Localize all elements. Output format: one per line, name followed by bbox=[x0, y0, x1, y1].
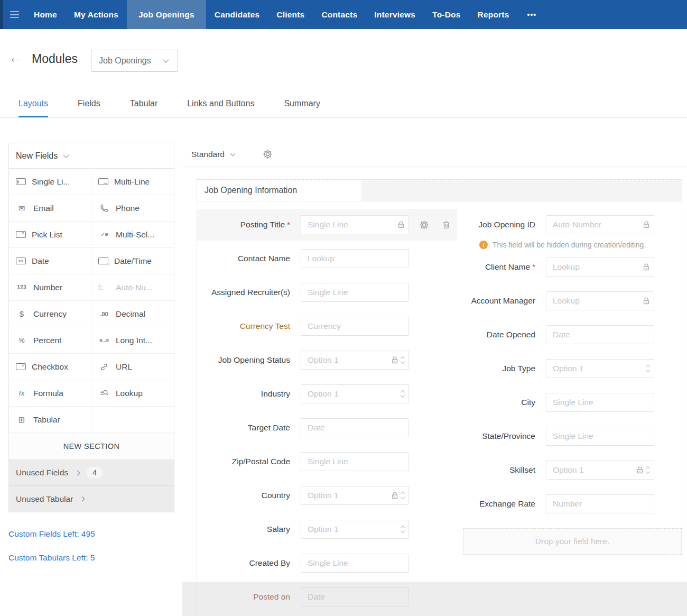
palette-item-date[interactable]: Date bbox=[9, 248, 91, 274]
field-input-date-opened[interactable]: Date bbox=[546, 325, 654, 344]
field-row-posting-title: Posting Title*Single Line bbox=[197, 215, 460, 234]
tab-summary[interactable]: Summary bbox=[284, 97, 320, 117]
palette-item-email[interactable]: ✉Email bbox=[9, 195, 91, 222]
required-asterisk: * bbox=[287, 220, 290, 229]
back-arrow-icon[interactable]: ← bbox=[8, 51, 23, 65]
field-placeholder: Option 1 bbox=[308, 525, 339, 534]
field-row-target-date: Target DateDate bbox=[197, 418, 460, 437]
field-input-job-opening-status[interactable]: Option 1 bbox=[301, 351, 409, 370]
field-input-state-province[interactable]: Single Line bbox=[546, 427, 654, 446]
field-input-assigned-recruiter-s[interactable]: Single Line bbox=[301, 283, 409, 302]
new-section-button[interactable]: NEW SECTION bbox=[9, 433, 174, 460]
field-input-created-by[interactable]: Single Line bbox=[301, 554, 409, 573]
drop-zone[interactable]: Drop your field here. bbox=[463, 528, 682, 555]
nav-item-contacts[interactable]: Contacts bbox=[313, 0, 366, 29]
field-input-icons bbox=[643, 221, 649, 228]
field-placeholder: Currency bbox=[308, 321, 341, 331]
palette-item-decimal[interactable]: .00Decimal bbox=[91, 301, 174, 327]
tab-fields[interactable]: Fields bbox=[78, 97, 100, 117]
palette-item-auto-nu: 1– 2–Auto-Nu... bbox=[91, 274, 174, 301]
field-placeholder: Single Line bbox=[308, 558, 348, 568]
module-selector[interactable]: Job Openings bbox=[91, 50, 178, 72]
field-row-job-opening-status: Job Opening StatusOption 1 bbox=[197, 351, 460, 370]
section-body: Posting Title*Single LineContact NameLoo… bbox=[197, 201, 682, 616]
field-input-target-date[interactable]: Date bbox=[301, 418, 409, 437]
field-input-posting-title[interactable]: Single Line bbox=[301, 215, 409, 234]
field-input-posted-on[interactable]: Date bbox=[301, 587, 409, 606]
palette-item-label: Tabular bbox=[33, 415, 60, 425]
left-column: Posting Title*Single LineContact NameLoo… bbox=[197, 215, 460, 616]
field-placeholder: Single Line bbox=[308, 288, 348, 297]
field-settings-gear-icon[interactable] bbox=[419, 219, 430, 231]
required-asterisk: * bbox=[532, 262, 535, 271]
custom-fields-left-link[interactable]: Custom Fields Left: 495 bbox=[8, 529, 95, 539]
datetime-icon bbox=[98, 258, 108, 264]
unused-fields-count-badge: 4 bbox=[87, 467, 103, 479]
picklist-stepper-icon bbox=[401, 357, 404, 363]
field-input-salary[interactable]: Option 1 bbox=[301, 520, 409, 539]
palette-item-multi-sel[interactable]: ✓≡Multi-Sel... bbox=[91, 222, 174, 248]
palette-item-percent[interactable]: %Percent bbox=[9, 327, 91, 354]
hamburger-menu-icon[interactable] bbox=[3, 0, 25, 29]
palette-item-long-int[interactable]: 9...9Long Int... bbox=[91, 327, 174, 354]
field-label: Account Manager bbox=[460, 296, 535, 306]
palette-item-currency[interactable]: $Currency bbox=[9, 301, 91, 327]
palette-item-pick-list[interactable]: Pick List bbox=[9, 222, 91, 248]
palette-item-phone[interactable]: Phone bbox=[91, 195, 174, 222]
section-title[interactable]: Job Opening Information bbox=[197, 180, 361, 201]
custom-tabulars-left-link[interactable]: Custom Tabulars Left: 5 bbox=[8, 553, 95, 563]
palette-item-formula[interactable]: fxFormula bbox=[9, 380, 91, 407]
nav-item-home[interactable]: Home bbox=[25, 0, 66, 29]
field-placeholder: Date bbox=[553, 330, 570, 339]
top-navigation: HomeMy ActionsJob OpeningsCandidatesClie… bbox=[0, 0, 687, 29]
field-label: Skillset bbox=[460, 465, 535, 475]
palette-item-multi-line[interactable]: Multi-Line bbox=[91, 169, 174, 195]
field-input-city[interactable]: Single Line bbox=[546, 393, 654, 412]
field-input-job-opening-id[interactable]: Auto-Number bbox=[546, 215, 654, 234]
field-input-job-type[interactable]: Option 1 bbox=[546, 359, 654, 378]
lookup-icon bbox=[98, 388, 110, 398]
tab-layouts[interactable]: Layouts bbox=[18, 97, 48, 117]
field-input-industry[interactable]: Option 1 bbox=[301, 384, 409, 403]
nav-more-button[interactable]: ••• bbox=[518, 0, 546, 29]
palette-item-checkbox[interactable]: Checkbox bbox=[9, 354, 91, 380]
palette-item-url[interactable]: URL bbox=[91, 354, 174, 380]
nav-item-my-actions[interactable]: My Actions bbox=[66, 0, 127, 29]
nav-item-reports[interactable]: Reports bbox=[469, 0, 518, 29]
palette-item-date-time[interactable]: Date/Time bbox=[91, 248, 174, 274]
nav-item-candidates[interactable]: Candidates bbox=[206, 0, 268, 29]
field-input-contact-name[interactable]: Lookup bbox=[301, 249, 409, 268]
layout-settings-gear-icon[interactable] bbox=[262, 149, 273, 160]
nav-item-interviews[interactable]: Interviews bbox=[366, 0, 424, 29]
field-input-skillset[interactable]: Option 1 bbox=[546, 461, 654, 480]
field-input-country[interactable]: Option 1 bbox=[301, 486, 409, 505]
unused-tabular-row[interactable]: Unused Tabular bbox=[9, 486, 174, 512]
field-row-assigned-recruiter-s: Assigned Recruiter(s)Single Line bbox=[197, 283, 460, 302]
nav-item-clients[interactable]: Clients bbox=[268, 0, 313, 29]
field-placeholder: Lookup bbox=[308, 254, 335, 263]
unused-fields-row[interactable]: Unused Fields 4 bbox=[9, 460, 174, 486]
nav-item-to-dos[interactable]: To-Dos bbox=[424, 0, 469, 29]
palette-item-label: Email bbox=[33, 204, 54, 213]
lock-icon bbox=[398, 221, 404, 228]
field-input-client-name[interactable]: Lookup bbox=[546, 258, 654, 277]
tab-tabular[interactable]: Tabular bbox=[130, 97, 157, 117]
field-input-zip-postal-code[interactable]: Single Line bbox=[301, 452, 409, 471]
field-delete-trash-icon[interactable] bbox=[441, 220, 451, 230]
field-input-currency-test[interactable]: Currency bbox=[301, 317, 409, 336]
palette-item-single-li[interactable]: Single Li... bbox=[9, 169, 91, 195]
checkbox-icon bbox=[16, 363, 26, 370]
palette-item-tabular[interactable]: ⊞Tabular bbox=[9, 407, 91, 433]
palette-item-label: Formula bbox=[33, 389, 63, 398]
nav-item-job-openings[interactable]: Job Openings bbox=[127, 0, 206, 29]
palette-item-number[interactable]: 123Number bbox=[9, 274, 91, 301]
palette-item-lookup[interactable]: Lookup bbox=[91, 380, 174, 407]
tab-links-and-buttons[interactable]: Links and Buttons bbox=[187, 97, 254, 117]
palette-title-dropdown[interactable]: New Fields bbox=[9, 143, 174, 169]
field-row-zip-postal-code: Zip/Postal CodeSingle Line bbox=[197, 452, 460, 471]
field-row-industry: IndustryOption 1 bbox=[197, 384, 460, 403]
field-input-exchange-rate[interactable]: Number bbox=[546, 494, 654, 513]
layout-selector[interactable]: Standard bbox=[191, 150, 225, 159]
field-input-account-manager[interactable]: Lookup bbox=[546, 291, 654, 310]
palette-cell-empty bbox=[91, 407, 174, 433]
